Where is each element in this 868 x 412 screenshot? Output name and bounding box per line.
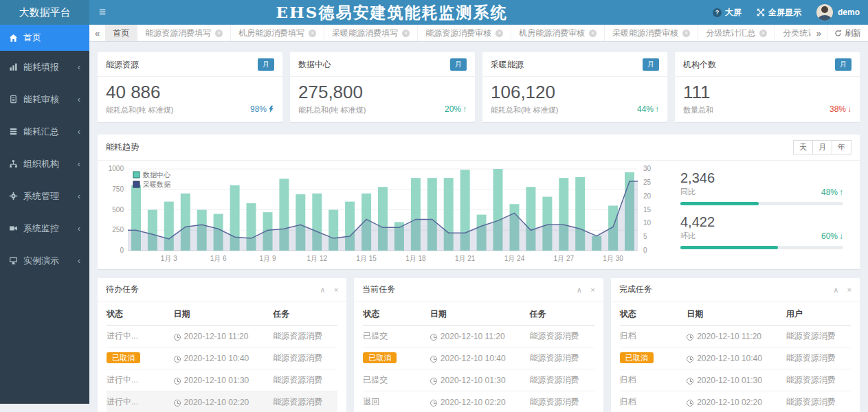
collapse-icon[interactable]: ∧ [320,286,325,294]
table-row[interactable]: 归档 2020-12-10 11:20 能源资源消费 [620,325,851,347]
svg-text:15: 15 [643,206,652,214]
tabs-scroll-right-icon[interactable]: » [811,25,827,41]
task-panel-title: 待办任务 [106,284,139,295]
table-row[interactable]: 已提交 2020-12-10 01:30 能源资源消费 [363,369,594,391]
tab-label: 首页 [113,25,129,41]
tab-6[interactable]: 采暖能源消费审核 × [605,25,698,41]
task-table: 状态日期用户 归档 2020-12-10 11:20 能源资源消费 已取消 20… [620,302,851,412]
tab-close-icon[interactable]: × [402,30,410,37]
tab-0[interactable]: 首页 [105,25,137,41]
sidebar-item-label: 实例演示 [23,255,59,267]
range-button-2[interactable]: 年 [832,140,852,154]
stat-card-label: 能耗总和(吨 标准煤) [106,105,274,115]
task-text: 能源资源消费 [529,347,594,369]
sidebar: 首页 能耗填报 ‹ 能耗审核 ‹ 能耗汇总 ‹ 组织机构 ‹ 系统管理 ‹ 系统… [0,25,89,404]
table-row[interactable]: 已取消 2020-12-10 10:40 能源资源消费 [363,347,594,369]
fullscreen-link[interactable]: 全屏显示 [757,7,801,19]
clock-icon [174,334,181,341]
month-badge[interactable]: 月 [643,58,659,71]
range-button-1[interactable]: 月 [812,140,832,154]
table-row[interactable]: 已提交 2020-12-10 11:20 能源资源消费 [363,325,594,347]
task-panel-0: 待办任务 ∧ × 状态日期任务 进行中... 2020-12-10 11:20 … [98,278,346,412]
task-text: 能源资源消费 [529,391,594,412]
tab-8[interactable]: 分类统计汇总 × [775,25,811,41]
tabs-scroll-left-icon[interactable]: « [89,25,105,41]
top-header: 大数据平台 ≡ EHS德易安建筑能耗监测系统 ? 大屏 全屏显示 demo [0,0,868,25]
sidebar-item-3[interactable]: 能耗汇总 ‹ [0,115,89,148]
table-row[interactable]: 进行中... 2020-12-10 01:30 能源资源消费 [107,369,337,391]
tab-close-icon[interactable]: × [759,30,767,37]
clock-icon [174,378,181,385]
month-badge[interactable]: 月 [450,58,467,71]
tab-7[interactable]: 分级统计汇总 × [698,25,775,41]
app-logo[interactable]: 大数据平台 [0,0,89,25]
big-screen-label: 大屏 [725,7,742,19]
tab-4[interactable]: 能源资源消费审核 × [418,25,511,41]
month-badge[interactable]: 月 [835,58,852,71]
tab-label: 能源资源消费填写 [145,25,211,41]
table-row[interactable]: 进行中... 2020-12-10 02:20 能源资源消费 [107,391,337,412]
stat-card-2: 采暖能源 月 106,120 能耗总和(吨 标准煤) 44% ↑ [482,52,667,122]
date-text: 2020-12-10 11:20 [184,332,249,341]
table-row[interactable]: 归档 2020-12-10 02:20 能源资源消费 [620,391,851,412]
svg-text:25: 25 [643,179,652,186]
task-panels-row: 待办任务 ∧ × 状态日期任务 进行中... 2020-12-10 11:20 … [98,278,860,412]
svg-text:30: 30 [643,165,652,172]
stat-card-label: 能耗总和(吨 标准煤) [491,105,659,115]
column-header: 日期 [687,302,786,325]
sidebar-item-0[interactable]: 首页 [0,25,89,51]
table-row[interactable]: 退回 2020-12-10 02:20 能源资源消费 [363,391,594,412]
status-badge: 已取消 [107,352,140,363]
stat-card-title: 机构个数 [683,59,716,71]
date-text: 2020-12-10 02:20 [184,398,249,407]
column-header: 状态 [363,302,430,325]
table-row[interactable]: 已取消 2020-12-10 10:40 能源资源消费 [107,347,337,369]
sidebar-item-2[interactable]: 能耗审核 ‹ [0,83,89,115]
tab-close-icon[interactable]: × [496,30,503,37]
sidebar-item-1[interactable]: 能耗填报 ‹ [0,51,89,83]
month-badge[interactable]: 月 [258,58,274,71]
task-text: 能源资源消费 [273,391,337,412]
task-text: 能源资源消费 [529,369,594,391]
clock-icon [174,356,181,363]
tab-close-icon[interactable]: × [682,30,690,37]
video-icon [9,224,18,233]
sidebar-item-4[interactable]: 组织机构 ‹ [0,148,89,180]
tab-close-icon[interactable]: × [589,30,597,37]
sidebar-item-7[interactable]: 实例演示 ‹ [0,244,89,277]
task-panel-title: 完成任务 [619,284,652,295]
range-button-0[interactable]: 天 [793,140,813,154]
table-row[interactable]: 已取消 2020-12-10 10:40 能源资源消费 [620,347,851,369]
tab-close-icon[interactable]: × [215,30,223,37]
date-text: 2020-12-10 01:30 [184,376,249,385]
svg-text:1月 30: 1月 30 [603,255,623,262]
table-row[interactable]: 进行中... 2020-12-10 11:20 能源资源消费 [107,325,337,347]
sidebar-toggle-hamburger-icon[interactable]: ≡ [99,0,106,25]
stat-card-title: 能源资源 [106,59,139,71]
big-screen-link[interactable]: ? 大屏 [713,7,742,19]
page-title: EHS德易安建筑能耗监测系统 [276,0,508,25]
tab-5[interactable]: 机房能源消费审核 × [511,25,605,41]
sidebar-item-6[interactable]: 系统监控 ‹ [0,212,89,244]
user-menu[interactable]: demo [816,4,860,21]
stat-card-value: 106,120 [491,82,659,103]
table-row[interactable]: 归档 2020-12-10 01:30 能源资源消费 [620,369,851,391]
chevron-left-icon: ‹ [78,191,80,201]
chevron-left-icon: ‹ [78,94,80,104]
tab-1[interactable]: 能源资源消费填写 × [137,25,231,41]
status-badge: 已取消 [620,352,654,363]
tab-close-icon[interactable]: × [309,30,316,37]
stat-card-value: 111 [683,82,852,103]
status-text: 归档 [620,331,636,341]
tab-3[interactable]: 采暖能源消费填写 × [324,25,418,41]
date-text: 2020-12-10 02:20 [441,398,506,407]
date-text: 2020-12-10 11:20 [697,332,761,341]
close-icon[interactable]: × [334,286,338,294]
tab-2[interactable]: 机房能源消费填写 × [231,25,324,41]
close-icon[interactable]: × [847,286,852,294]
close-icon[interactable]: × [590,286,594,294]
refresh-tab-button[interactable]: 刷新 [827,25,868,41]
sidebar-item-5[interactable]: 系统管理 ‹ [0,180,89,212]
collapse-icon[interactable]: ∧ [833,286,838,294]
collapse-icon[interactable]: ∧ [577,286,582,294]
